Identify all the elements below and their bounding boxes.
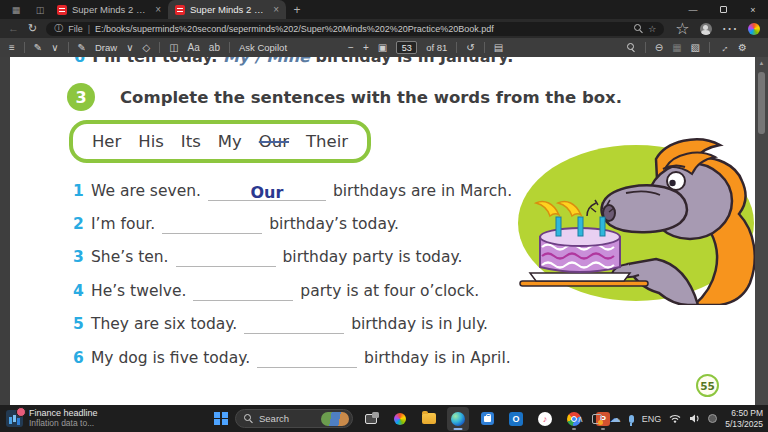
copilot-taskbar-button[interactable] (389, 407, 411, 431)
close-button[interactable]: × (738, 0, 768, 19)
toolbar-divider (68, 42, 69, 53)
sync-status-icon[interactable] (592, 414, 602, 424)
clipped-previous-sentence: 6I’m ten today. My / Mine birthday is in… (74, 57, 513, 66)
rotate-icon[interactable]: ↺ (466, 43, 474, 53)
wifi-icon[interactable] (669, 414, 681, 423)
page-view-icon[interactable]: ▤ (494, 43, 503, 53)
clock[interactable]: 6:50 PM 5/13/2025 (725, 408, 763, 430)
pen-settings-icon[interactable] (708, 414, 717, 423)
widget-subtitle: Inflation data to... (29, 418, 98, 428)
sentence-text: party is at four o’clock. (300, 282, 479, 300)
zoom-page-icon[interactable] (634, 24, 643, 33)
save-as-icon[interactable]: ▧ (691, 43, 700, 53)
eraser-icon[interactable]: ◇ (142, 43, 150, 53)
pdf-file-icon (175, 5, 185, 15)
scrollbar[interactable]: ▲ (755, 57, 768, 405)
widget-headline: Finance headline Inflation data to... (29, 408, 98, 428)
highlighter-icon[interactable]: ✎ (34, 43, 42, 53)
sentence-row: 5 They are six today. birthday is in Jul… (73, 308, 512, 341)
text-selection-icon[interactable]: ab (209, 43, 220, 53)
settings-gear-icon[interactable]: ⚙ (738, 43, 747, 53)
zoom-out-icon[interactable]: − (348, 43, 354, 53)
draw-pen-icon[interactable]: ✎ (78, 43, 86, 53)
exercise-title: Complete the sentences with the words fr… (120, 88, 622, 107)
word-option: Its (181, 132, 201, 151)
edge-icon (451, 412, 465, 426)
url-field[interactable]: ⓘ File | E:/books/superminds%20second/se… (46, 22, 664, 36)
music-note-icon: ♪ (538, 412, 552, 426)
answer-blank (193, 281, 293, 301)
chevron-down-icon[interactable]: ∨ (51, 43, 58, 53)
tab-actions-icon[interactable]: ▦ (6, 5, 26, 15)
taskbar-center: Search O ♪ P (214, 405, 614, 432)
outlook-icon: O (509, 412, 523, 426)
word-option: Her (92, 132, 121, 151)
new-tab-button[interactable]: + (286, 3, 308, 17)
microphone-icon[interactable] (629, 415, 634, 423)
minimize-button[interactable]: — (678, 0, 708, 19)
workspaces-icon[interactable]: ◫ (30, 5, 50, 15)
itunes-button[interactable]: ♪ (534, 407, 556, 431)
maximize-button[interactable] (708, 0, 738, 19)
folder-icon (422, 413, 436, 424)
sentence-text: They are six today. (91, 315, 237, 333)
sentence-row: 3 She’s ten. birthday party is today. (73, 241, 512, 274)
tab-super-minds-practice-book[interactable]: Super Minds 2 Practice Book.pdf × (168, 0, 286, 19)
running-app-indicator (572, 428, 576, 430)
more-menu-icon[interactable]: ⋯ (722, 19, 738, 38)
favorites-bar-icon[interactable]: ☆ (675, 19, 689, 38)
tab-close-icon[interactable]: × (155, 4, 161, 15)
copilot-icon[interactable] (748, 23, 760, 35)
hide-annotations-icon[interactable]: ⊖ (655, 43, 663, 53)
fullscreen-icon[interactable]: ↔ (717, 40, 731, 54)
sentence-text: birthday is in January. (315, 57, 513, 66)
birthday-monkey-illustration (508, 137, 755, 305)
outlook-button[interactable]: O (505, 407, 527, 431)
sentence-number: 1 (73, 182, 84, 200)
read-aloud-icon[interactable]: Aa (188, 43, 200, 53)
ask-copilot-button[interactable]: Ask Copilot (239, 42, 287, 53)
tray-time: 6:50 PM (725, 408, 763, 419)
onedrive-cloud-icon[interactable]: ☁ (610, 412, 621, 425)
task-view-button[interactable] (360, 407, 382, 431)
sentence-text: birthday’s today. (269, 215, 399, 233)
refresh-icon[interactable]: ↻ (28, 23, 37, 34)
table-of-contents-icon[interactable]: ≡ (9, 43, 15, 53)
save-icon[interactable]: ▦ (672, 43, 681, 53)
chevron-down-icon[interactable]: ∨ (126, 43, 133, 53)
language-indicator[interactable]: ENG (642, 414, 662, 424)
speaker-icon[interactable] (689, 414, 700, 423)
answer-blank (162, 214, 262, 234)
worksheet-page: 6I’m ten today. My / Mine birthday is in… (10, 57, 755, 405)
toolbar-divider (709, 42, 710, 53)
pdf-toolbar: ≡ ✎ ∨ ✎ Draw ∨ ◇ ◫ Aa ab Ask Copilot − +… (0, 38, 768, 57)
two-page-view-icon[interactable]: ◫ (169, 43, 178, 53)
draw-label[interactable]: Draw (95, 42, 117, 53)
page-count-label: of 81 (426, 42, 447, 53)
zoom-in-icon[interactable]: + (363, 43, 369, 53)
scrollbar-thumb[interactable] (758, 72, 765, 134)
file-explorer-button[interactable] (418, 407, 440, 431)
current-page-input[interactable]: 53 (396, 41, 417, 54)
favorite-star-icon[interactable]: ☆ (648, 24, 656, 34)
search-document-icon[interactable] (627, 43, 636, 52)
hidden-icons-chevron[interactable]: ∧ (577, 414, 584, 424)
back-icon[interactable]: ← (8, 23, 19, 34)
widgets-button[interactable]: Finance headline Inflation data to... (6, 408, 98, 428)
edge-button[interactable] (447, 407, 469, 431)
zoom-controls: − + ▣ 53 of 81 ↺ ▤ (348, 41, 503, 54)
start-button[interactable] (214, 412, 228, 426)
taskbar-search[interactable]: Search (235, 409, 353, 428)
answer-blank (257, 348, 357, 368)
browser-window: ▦ ◫ Super Minds 2 SB.pdf × Super Minds 2… (0, 0, 768, 432)
microsoft-store-button[interactable] (476, 407, 498, 431)
store-icon (481, 412, 494, 425)
profile-avatar[interactable] (700, 23, 712, 35)
system-tray: ∧ ☁ ENG 6:50 PM 5/13/2025 (577, 405, 763, 432)
scroll-up-icon[interactable]: ▲ (755, 60, 768, 66)
titlebar-left: ▦ ◫ (0, 5, 50, 15)
sentence-row: 1 We are seven. Our birthdays are in Mar… (73, 174, 512, 207)
fit-to-page-icon[interactable]: ▣ (378, 43, 387, 53)
tab-super-minds-sb[interactable]: Super Minds 2 SB.pdf × (50, 0, 168, 19)
tab-close-icon[interactable]: × (273, 4, 279, 15)
